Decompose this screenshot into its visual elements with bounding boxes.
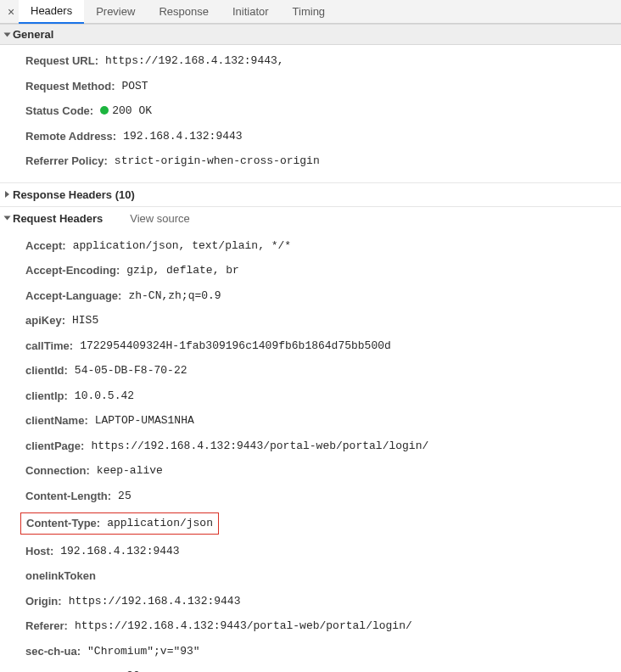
row-connection: Connectionkeep-alive bbox=[25, 458, 621, 484]
row-content-type: Content-Type application/json bbox=[25, 508, 621, 539]
close-icon[interactable]: × bbox=[3, 6, 19, 18]
row-request-method: Request Method POST bbox=[25, 74, 621, 99]
value-remote-address: 192.168.4.132:9443 bbox=[123, 128, 242, 145]
section-request-headers-header[interactable]: Request Headers View source bbox=[0, 206, 621, 230]
row-content-length: Content-Length25 bbox=[25, 484, 621, 509]
row-clientpage: clientPagehttps://192.168.4.132:9443/por… bbox=[25, 434, 621, 459]
value-request-method: POST bbox=[121, 78, 148, 95]
chevron-right-icon bbox=[5, 191, 9, 198]
section-general-body: Request URL https://192.168.4.132:9443, … bbox=[0, 45, 621, 182]
tab-timing[interactable]: Timing bbox=[281, 0, 338, 24]
row-calltime: callTime1722954409324H-1fab309196c1409fb… bbox=[25, 333, 621, 359]
row-referrer-policy: Referrer Policy strict-origin-when-cross… bbox=[25, 148, 621, 174]
section-response-headers-header[interactable]: Response Headers (10) bbox=[0, 182, 621, 206]
row-status-code: Status Code 200 OK bbox=[25, 98, 621, 124]
row-apikey: apiKeyHIS5 bbox=[25, 308, 621, 333]
status-dot-icon bbox=[100, 106, 109, 115]
row-sec-ch-ua-mobile: sec-ch-ua-mobile?0 bbox=[25, 664, 621, 672]
label-referrer-policy: Referrer Policy bbox=[25, 153, 108, 170]
section-request-headers-body: Acceptapplication/json, text/plain, */* … bbox=[0, 230, 621, 673]
label-request-method: Request Method bbox=[25, 78, 115, 95]
tab-response[interactable]: Response bbox=[147, 0, 221, 24]
tabbar: × Headers Preview Response Initiator Tim… bbox=[0, 0, 621, 24]
row-clientname: clientNameLAPTOP-UMAS1NHA bbox=[25, 408, 621, 434]
row-host: Host192.168.4.132:9443 bbox=[25, 539, 621, 564]
section-general-header[interactable]: General bbox=[0, 24, 621, 45]
section-request-headers-title: Request Headers bbox=[13, 212, 103, 225]
section-response-headers-title: Response Headers (10) bbox=[13, 188, 135, 201]
chevron-down-icon bbox=[4, 216, 11, 221]
tab-headers[interactable]: Headers bbox=[19, 0, 84, 24]
row-accept-language: Accept-Languagezh-CN,zh;q=0.9 bbox=[25, 283, 621, 309]
tab-initiator[interactable]: Initiator bbox=[221, 0, 281, 24]
content-type-highlight: Content-Type application/json bbox=[20, 512, 219, 535]
row-clientid: clientId54-05-DB-F8-70-22 bbox=[25, 358, 621, 384]
row-clientip: clientIp10.0.5.42 bbox=[25, 384, 621, 409]
row-accept: Acceptapplication/json, text/plain, */* bbox=[25, 233, 621, 259]
row-accept-encoding: Accept-Encodinggzip, deflate, br bbox=[25, 258, 621, 283]
chevron-down-icon bbox=[4, 32, 11, 36]
row-onelinktoken: onelinkToken bbox=[25, 563, 621, 589]
value-status-code: 200 OK bbox=[100, 103, 152, 120]
value-referrer-policy: strict-origin-when-cross-origin bbox=[115, 153, 320, 170]
value-request-url: https://192.168.4.132:9443, bbox=[105, 53, 284, 70]
row-remote-address: Remote Address 192.168.4.132:9443 bbox=[25, 124, 621, 149]
row-request-url: Request URL https://192.168.4.132:9443, bbox=[25, 48, 621, 74]
label-remote-address: Remote Address bbox=[25, 128, 116, 145]
tab-preview[interactable]: Preview bbox=[84, 0, 147, 24]
row-sec-ch-ua: sec-ch-ua"Chromium";v="93" bbox=[25, 639, 621, 664]
row-origin: Originhttps://192.168.4.132:9443 bbox=[25, 589, 621, 614]
label-status-code: Status Code bbox=[25, 103, 93, 120]
section-general-title: General bbox=[13, 28, 53, 41]
view-source-link[interactable]: View source bbox=[130, 212, 190, 225]
label-request-url: Request URL bbox=[25, 53, 98, 70]
row-referer: Refererhttps://192.168.4.132:9443/portal… bbox=[25, 613, 621, 639]
